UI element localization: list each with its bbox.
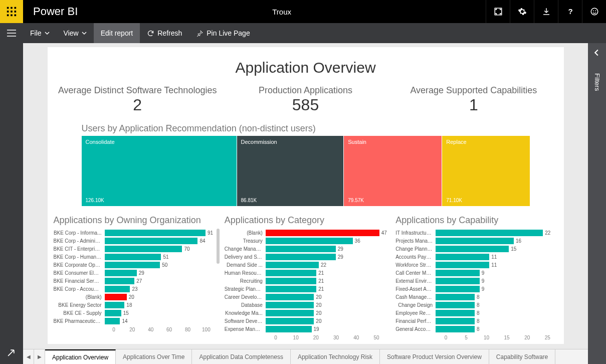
download-button[interactable] <box>534 0 558 23</box>
expand-nav-button[interactable] <box>6 348 16 360</box>
bar-row[interactable]: Recruiting21 <box>225 277 386 285</box>
bar-row[interactable]: Demand Side ...22 <box>225 261 386 269</box>
bar-row[interactable]: BKE Corp - Informa...91 <box>54 229 216 237</box>
bar-track: 8 <box>436 310 557 316</box>
bar-value: 20 <box>316 318 321 324</box>
bar-row[interactable]: BKE Corp - Account...23 <box>54 285 216 293</box>
bar-label: Employee Requi... <box>395 310 436 316</box>
kpi-card[interactable]: Production Applications585 <box>222 85 389 114</box>
treemap-cell[interactable]: Consolidate126.10K <box>82 136 237 206</box>
bar-value: 29 <box>338 254 343 260</box>
treemap-visual[interactable]: Users by Application Recommendation (non… <box>52 123 560 206</box>
help-button[interactable]: ? <box>558 0 582 23</box>
bar-row[interactable]: BKE CIT - Enterprise...70 <box>54 245 216 253</box>
bar-row[interactable]: Career Develop...20 <box>225 293 386 301</box>
bar-label: Workforce Strat... <box>395 262 436 268</box>
tab-prev-button[interactable]: ◀ <box>23 349 34 364</box>
kpi-card[interactable]: Average Supported Capabilities1 <box>389 85 557 114</box>
bar-row[interactable]: BKE Financial Servic...27 <box>54 277 216 285</box>
bar-value: 20 <box>316 302 321 308</box>
report-tab[interactable]: Capability Software <box>489 349 555 364</box>
bar-chart-visual[interactable]: Applications by Category(Blank)47Treasur… <box>225 215 386 340</box>
report-title: Application Overview <box>52 59 560 76</box>
app-launcher-button[interactable] <box>0 0 23 23</box>
bar-track: 19 <box>266 326 386 332</box>
edit-report-button[interactable]: Edit report <box>94 23 140 43</box>
bar-track: 47 <box>266 230 386 236</box>
bar-row[interactable]: Change Planning15 <box>395 245 557 253</box>
svg-rect-8 <box>15 15 17 17</box>
bar-row[interactable]: Human Resourc...21 <box>225 269 386 277</box>
bar-row[interactable]: Call Center Man...9 <box>395 269 557 277</box>
axis-tick: 10 <box>286 335 306 340</box>
bar-track: 29 <box>266 246 386 252</box>
bar-row[interactable]: Projects Manag...16 <box>395 237 557 245</box>
bar-label: Career Develop... <box>225 294 266 300</box>
scrollbar-thumb[interactable] <box>217 229 220 264</box>
treemap-cell-value: 126.10K <box>86 198 104 203</box>
treemap-cell[interactable]: Replace71.10K <box>442 136 529 206</box>
bar-row[interactable]: Workforce Strat...11 <box>395 261 557 269</box>
kpi-card[interactable]: Average Distinct Software Technologies2 <box>54 85 222 114</box>
bar-chart-visual[interactable]: Applications by Owning OrganizationBKE C… <box>54 215 216 340</box>
filters-rail[interactable]: Filters <box>588 43 606 364</box>
report-tab[interactable]: Applications Over Time <box>116 349 192 364</box>
bar-row[interactable]: Change Design8 <box>395 301 557 309</box>
bar-row[interactable]: BKE Pharmaceuticals14 <box>54 317 216 325</box>
bar-list: IT Infrastructure...22Projects Manag...1… <box>395 229 557 333</box>
bar-track: 21 <box>266 270 386 276</box>
bar-label: BKE Pharmaceuticals <box>54 318 105 324</box>
fullscreen-button[interactable] <box>486 0 510 23</box>
bar-row[interactable]: General Accoun...8 <box>395 325 557 333</box>
bar-track: 14 <box>105 318 216 324</box>
bar-row[interactable]: Financial Perfor...8 <box>395 317 557 325</box>
report-tab[interactable]: Application Data Completeness <box>192 349 290 364</box>
report-tab[interactable]: Application Technology Risk <box>291 349 380 364</box>
bar-fill <box>105 278 135 284</box>
view-menu[interactable]: View <box>57 23 94 43</box>
bar-value: 15 <box>511 246 516 252</box>
feedback-button[interactable] <box>582 0 606 23</box>
pin-live-button[interactable]: Pin Live Page <box>189 23 257 43</box>
settings-button[interactable] <box>510 0 534 23</box>
bar-row[interactable]: Database20 <box>225 301 386 309</box>
treemap-cell[interactable]: Sustain79.57K <box>344 136 442 206</box>
bar-row[interactable]: (Blank)47 <box>225 229 386 237</box>
bar-row[interactable]: BKE Corp - Adminis...84 <box>54 237 216 245</box>
bar-row[interactable]: BKE Consumer Elec...29 <box>54 269 216 277</box>
bar-row[interactable]: Cash Managem...8 <box>395 293 557 301</box>
bar-row[interactable]: Knowledge Ma...20 <box>225 309 386 317</box>
bar-row[interactable]: BKE Corp - Human ...51 <box>54 253 216 261</box>
bar-row[interactable]: Change Manag...29 <box>225 245 386 253</box>
refresh-button[interactable]: Refresh <box>140 23 189 43</box>
bar-label: Financial Perfor... <box>395 318 436 324</box>
report-tab[interactable]: Software Product Version Overview <box>380 349 489 364</box>
bar-chart-visual[interactable]: Applications by CapabilityIT Infrastruct… <box>395 215 557 340</box>
file-menu[interactable]: File <box>23 23 57 43</box>
bar-row[interactable]: Delivery and Su...29 <box>225 253 386 261</box>
treemap-cell[interactable]: Decommission86.81K <box>237 136 344 206</box>
bar-row[interactable]: Software Devel...20 <box>225 317 386 325</box>
bar-row[interactable]: Accounts Payabl...11 <box>395 253 557 261</box>
bar-value: 8 <box>477 318 480 324</box>
bar-row[interactable]: External Environ...9 <box>395 277 557 285</box>
tab-next-button[interactable]: ▶ <box>34 349 45 364</box>
bar-row[interactable]: Expense Manag...19 <box>225 325 386 333</box>
bar-row[interactable]: Fixed-Asset Acc...9 <box>395 285 557 293</box>
bar-value: 50 <box>162 262 167 268</box>
bar-row[interactable]: IT Infrastructure...22 <box>395 229 557 237</box>
axis-tick: 60 <box>160 327 178 332</box>
bar-row[interactable]: (Blank)20 <box>54 293 216 301</box>
canvas-scroll: Application Overview Average Distinct So… <box>23 43 588 349</box>
nav-toggle-button[interactable] <box>0 30 23 37</box>
bar-row[interactable]: BKE Corporate Ope...50 <box>54 261 216 269</box>
report-tab[interactable]: Application Overview <box>45 349 116 364</box>
bar-fill <box>266 318 314 324</box>
bar-row[interactable]: Employee Requi...8 <box>395 309 557 317</box>
bar-track: 29 <box>266 254 386 260</box>
bar-row[interactable]: BKE Energy Sector18 <box>54 301 216 309</box>
bar-row[interactable]: BKE CE - Supply15 <box>54 309 216 317</box>
bar-label: Database <box>225 302 266 308</box>
bar-row[interactable]: Strategic Planni...21 <box>225 285 386 293</box>
bar-row[interactable]: Treasury36 <box>225 237 386 245</box>
